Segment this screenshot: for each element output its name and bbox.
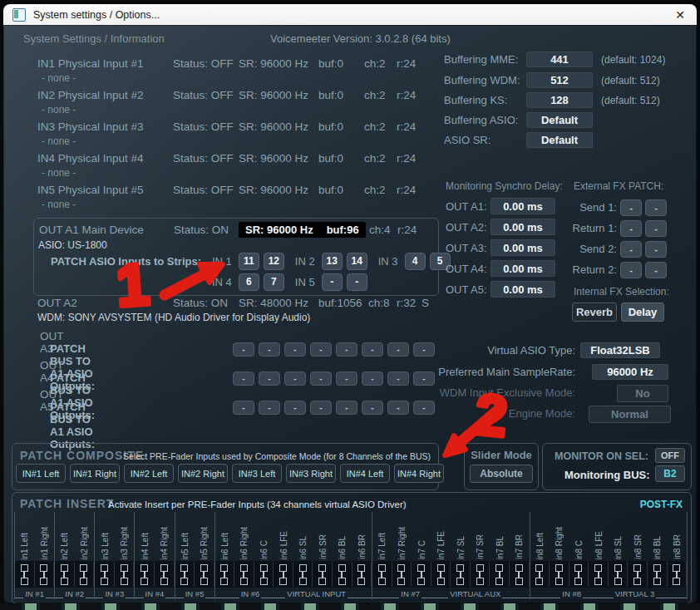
delay-value[interactable]: 0.00 ms [490, 239, 555, 256]
asio-patch-button[interactable]: 14 [347, 253, 367, 270]
insert-switch[interactable] [254, 562, 274, 587]
bus-patch-button[interactable]: - [284, 401, 306, 415]
engine-option-value[interactable]: Float32LSB [580, 342, 660, 358]
insert-switch[interactable] [392, 562, 412, 587]
insert-switch[interactable] [293, 562, 313, 587]
insert-switch[interactable] [372, 562, 392, 587]
monitoring-bus-button[interactable]: B2 [655, 465, 685, 482]
bus-patch-button[interactable]: - [336, 371, 357, 386]
input-samplerate: SR: 96000 Hz [239, 57, 308, 70]
insert-switch[interactable] [55, 562, 75, 587]
delay-value[interactable]: 0.00 ms [490, 219, 555, 235]
asio-patch-button[interactable]: 4 [405, 253, 426, 270]
delay-button[interactable]: Delay [621, 303, 664, 322]
delay-value[interactable]: 0.00 ms [490, 198, 555, 214]
insert-switch[interactable] [215, 562, 235, 587]
postfx-label[interactable]: POST-FX [640, 499, 683, 510]
asio-patch-button[interactable]: 13 [322, 253, 343, 270]
close-button[interactable]: ✕ [675, 8, 685, 22]
bus-patch-button[interactable]: - [310, 371, 332, 386]
composite-input-button[interactable]: IN#1 Left [16, 464, 66, 483]
fx-patch-button[interactable]: - [645, 220, 667, 237]
insert-switch[interactable] [412, 562, 431, 587]
composite-input-button[interactable]: IN#2 Left [124, 464, 174, 483]
bus-patch-button[interactable]: - [336, 342, 357, 357]
fx-patch-button[interactable]: - [620, 220, 642, 237]
insert-switch[interactable] [155, 562, 175, 587]
bus-patch-button[interactable]: - [310, 342, 332, 357]
delay-value[interactable]: 0.00 ms [490, 260, 555, 277]
insert-switch[interactable] [648, 562, 668, 587]
out-a1-buf: buf:96 [327, 224, 359, 236]
bus-patch-button[interactable]: - [259, 371, 280, 386]
insert-switch[interactable] [115, 562, 135, 587]
monitor-on-sel-label: MONITOR ON SEL: [555, 450, 648, 462]
asio-patch-button[interactable]: - [322, 273, 343, 291]
bus-patch-button[interactable]: - [233, 342, 254, 357]
insert-switch[interactable] [490, 562, 510, 587]
insert-switch[interactable] [175, 562, 195, 587]
fx-patch-button[interactable]: - [620, 241, 642, 258]
engine-option-value[interactable]: 96000 Hz [592, 364, 668, 380]
bus-patch-button[interactable]: - [336, 401, 357, 415]
insert-switch[interactable] [451, 562, 471, 587]
insert-switch[interactable] [352, 562, 372, 587]
asio-patch-button[interactable]: 12 [264, 253, 284, 270]
buffering-value[interactable]: 441 [526, 52, 593, 67]
insert-switch[interactable] [135, 562, 155, 587]
insert-switch[interactable] [333, 562, 352, 587]
insert-switch[interactable] [195, 562, 214, 587]
fx-patch-button[interactable]: - [645, 262, 667, 278]
bus-patch-button[interactable]: - [284, 342, 306, 357]
insert-switch[interactable] [75, 562, 95, 587]
bus-patch-button[interactable]: - [259, 401, 280, 415]
composite-input-button[interactable]: IN#2 Right [178, 464, 228, 483]
buffering-value[interactable]: 128 [526, 92, 593, 108]
insert-switch[interactable] [234, 562, 254, 587]
insert-switch[interactable] [609, 562, 629, 587]
bus-patch-button[interactable]: - [310, 401, 332, 415]
insert-switch[interactable] [313, 562, 333, 587]
composite-input-button[interactable]: IN#3 Left [232, 464, 282, 483]
insert-switch[interactable] [274, 562, 293, 587]
asio-patch-button[interactable]: - [347, 273, 367, 291]
bus-patch-button[interactable]: - [233, 371, 254, 386]
composite-input-button[interactable]: IN#3 Right [286, 464, 336, 483]
insert-switch[interactable] [471, 562, 490, 587]
reverb-button[interactable]: Reverb [572, 303, 617, 322]
buffering-value[interactable]: 512 [526, 72, 593, 88]
switch-icon [240, 564, 248, 585]
composite-input-button[interactable]: IN#4 Right [394, 464, 444, 483]
insert-switch[interactable] [15, 562, 35, 587]
buffering-value[interactable]: Default [526, 132, 593, 148]
buffering-value[interactable]: Default [526, 112, 593, 128]
insert-switch[interactable] [510, 562, 530, 587]
insert-switch[interactable] [569, 562, 589, 587]
composite-input-button[interactable]: IN#1 Right [70, 464, 120, 483]
asio-patch-button[interactable]: 6 [239, 273, 259, 291]
composite-input-button[interactable]: IN#4 Left [340, 464, 390, 483]
fx-patch-button[interactable]: - [620, 199, 642, 216]
insert-switch[interactable] [431, 562, 451, 587]
insert-switch[interactable] [589, 562, 609, 587]
delay-value[interactable]: 0.00 ms [490, 281, 555, 298]
asio-patch-button[interactable]: 7 [264, 273, 284, 291]
slider-mode-button[interactable]: Absolute [470, 465, 533, 483]
bus-patch-button[interactable]: - [284, 371, 306, 386]
insert-switch[interactable] [628, 562, 648, 587]
bus-patch-button[interactable]: - [259, 342, 280, 357]
insert-switch[interactable] [95, 562, 115, 587]
engine-option-value[interactable]: No [617, 385, 668, 402]
fx-patch-button[interactable]: - [645, 199, 667, 216]
fx-patch-button[interactable]: - [620, 262, 642, 278]
engine-option-value[interactable]: Normal [589, 406, 671, 423]
insert-switch[interactable] [530, 562, 550, 587]
input-name: IN3 Physical Input #3 [37, 121, 144, 133]
monitor-on-sel-button[interactable]: OFF [655, 448, 685, 463]
insert-switch[interactable] [550, 562, 569, 587]
bus-patch-button[interactable]: - [233, 401, 254, 415]
insert-switch[interactable] [35, 562, 55, 587]
fx-patch-button[interactable]: - [645, 241, 667, 258]
insert-switch[interactable] [668, 562, 688, 587]
asio-patch-button[interactable]: 11 [239, 253, 259, 270]
